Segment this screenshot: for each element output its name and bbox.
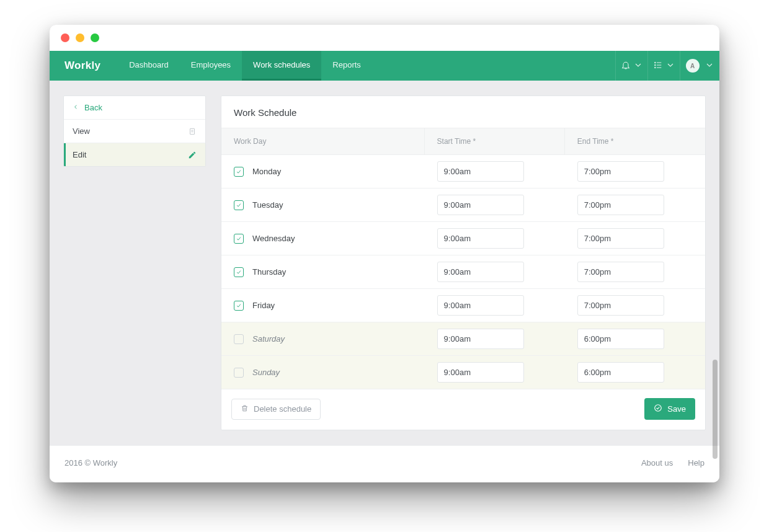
- sidebar-card: Back View Edit: [63, 95, 206, 167]
- chevron-down-icon: [705, 60, 714, 72]
- end-time-input[interactable]: [577, 195, 664, 215]
- day-checkbox[interactable]: [234, 167, 244, 177]
- day-label: Wednesday: [252, 234, 295, 243]
- footer: 2016 © Workly About us Help: [50, 445, 719, 482]
- pencil-icon: [188, 151, 197, 159]
- day-label: Friday: [252, 301, 275, 310]
- save-label: Save: [667, 404, 686, 414]
- day-checkbox[interactable]: [234, 301, 244, 311]
- sidebar: Back View Edit: [63, 95, 206, 167]
- sidebar-back-label: Back: [84, 103, 102, 112]
- day-label: Sunday: [252, 368, 280, 377]
- sidebar-edit-label: Edit: [73, 150, 86, 159]
- sidebar-edit[interactable]: Edit: [64, 143, 205, 166]
- day-label: Saturday: [252, 334, 285, 344]
- footer-copyright: 2016 © Workly: [64, 458, 117, 468]
- app-window: Workly DashboardEmployeesWork schedulesR…: [50, 25, 719, 482]
- zoom-window-dot[interactable]: [91, 33, 99, 42]
- bell-icon: [621, 60, 631, 72]
- nav-link-dashboard[interactable]: Dashboard: [118, 51, 180, 81]
- scrollbar-thumb[interactable]: [713, 360, 718, 459]
- panel-title: Work Schedule: [221, 96, 705, 128]
- day-label: Monday: [252, 167, 281, 176]
- end-time-input[interactable]: [577, 329, 664, 349]
- column-header-start: Start Time *: [425, 128, 565, 154]
- chevron-down-icon: [633, 60, 643, 72]
- end-time-input[interactable]: [577, 262, 664, 282]
- schedule-panel: Work Schedule Work Day Start Time * End …: [221, 95, 706, 430]
- nav-right: A: [615, 51, 719, 81]
- svg-point-0: [654, 62, 655, 63]
- delete-schedule-button[interactable]: Delete schedule: [231, 399, 321, 420]
- end-time-input[interactable]: [577, 362, 664, 383]
- trash-icon: [241, 404, 249, 414]
- save-button[interactable]: Save: [644, 398, 695, 420]
- day-row-tuesday: Tuesday: [221, 188, 705, 222]
- column-header-end: End Time *: [565, 128, 705, 154]
- day-label: Tuesday: [252, 200, 283, 210]
- clipboard-icon: [188, 127, 197, 136]
- day-checkbox[interactable]: [234, 368, 244, 378]
- check-circle-icon: [654, 404, 662, 414]
- nav-link-reports[interactable]: Reports: [321, 51, 372, 81]
- content-area: Back View Edit: [50, 81, 719, 445]
- nav-links: DashboardEmployeesWork schedulesReports: [118, 51, 372, 81]
- column-header-workday: Work Day: [221, 128, 425, 154]
- start-time-input[interactable]: [437, 362, 524, 383]
- chevron-down-icon: [665, 60, 675, 72]
- sidebar-back[interactable]: Back: [64, 96, 205, 119]
- window-titlebar: [50, 25, 719, 51]
- nav-link-work-schedules[interactable]: Work schedules: [242, 51, 321, 81]
- user-menu[interactable]: A: [680, 51, 719, 81]
- avatar: A: [686, 59, 700, 73]
- day-checkbox[interactable]: [234, 200, 244, 210]
- start-time-input[interactable]: [437, 228, 524, 249]
- brand-text: Workly: [64, 60, 100, 72]
- svg-rect-6: [190, 128, 195, 134]
- day-label: Thursday: [252, 267, 286, 277]
- svg-point-9: [655, 405, 662, 412]
- start-time-input[interactable]: [437, 329, 524, 349]
- day-row-friday: Friday: [221, 289, 705, 322]
- end-time-input[interactable]: [577, 161, 664, 182]
- day-row-sunday: Sunday: [221, 356, 705, 389]
- day-rows: MondayTuesdayWednesdayThursdayFridaySatu…: [221, 155, 705, 389]
- start-time-input[interactable]: [437, 161, 524, 182]
- day-row-thursday: Thursday: [221, 255, 705, 289]
- day-row-saturday: Saturday: [221, 322, 705, 356]
- sidebar-view-label: View: [73, 126, 90, 136]
- column-header-row: Work Day Start Time * End Time *: [221, 128, 705, 155]
- notifications-menu[interactable]: [615, 51, 647, 81]
- footer-links: About us Help: [641, 458, 705, 468]
- delete-schedule-label: Delete schedule: [254, 404, 311, 414]
- list-icon: [653, 60, 663, 72]
- nav-link-employees[interactable]: Employees: [180, 51, 242, 81]
- day-checkbox[interactable]: [234, 234, 244, 244]
- arrow-left-icon: [73, 103, 79, 112]
- minimize-window-dot[interactable]: [76, 33, 84, 42]
- end-time-input[interactable]: [577, 228, 664, 249]
- svg-point-1: [654, 64, 655, 65]
- panel-actions: Delete schedule Save: [221, 389, 705, 430]
- sidebar-view[interactable]: View: [64, 119, 205, 143]
- list-menu[interactable]: [647, 51, 680, 81]
- day-row-monday: Monday: [221, 155, 705, 188]
- svg-point-2: [654, 67, 655, 68]
- day-checkbox[interactable]: [234, 334, 244, 344]
- day-checkbox[interactable]: [234, 267, 244, 277]
- end-time-input[interactable]: [577, 295, 664, 316]
- close-window-dot[interactable]: [61, 33, 69, 42]
- brand-logo[interactable]: Workly: [50, 51, 118, 81]
- top-navbar: Workly DashboardEmployeesWork schedulesR…: [50, 51, 719, 81]
- footer-about-link[interactable]: About us: [641, 458, 673, 468]
- day-row-wednesday: Wednesday: [221, 222, 705, 255]
- start-time-input[interactable]: [437, 262, 524, 282]
- start-time-input[interactable]: [437, 295, 524, 316]
- footer-help-link[interactable]: Help: [688, 458, 705, 468]
- start-time-input[interactable]: [437, 195, 524, 215]
- scrollbar[interactable]: [712, 87, 718, 475]
